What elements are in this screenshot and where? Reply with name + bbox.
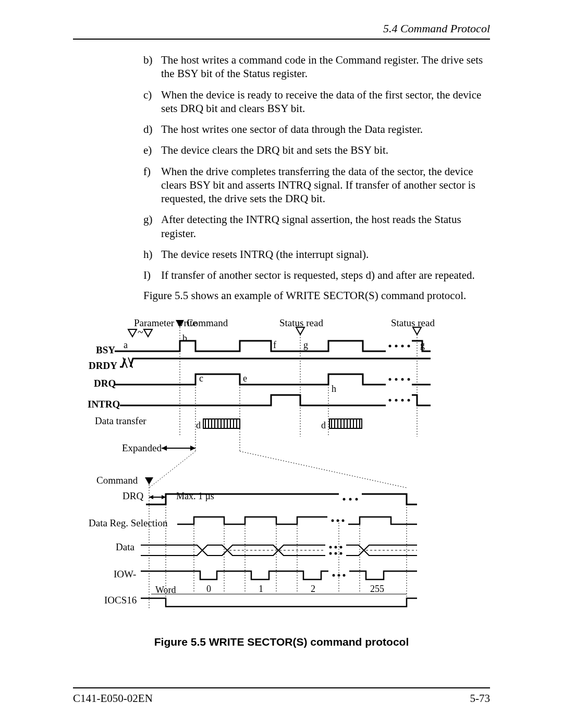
svg-point-110 <box>343 574 346 577</box>
svg-text:Data Reg. Selection: Data Reg. Selection <box>89 517 168 528</box>
list-item: b) The host writes a command code in the… <box>143 53 490 81</box>
svg-point-29 <box>401 378 404 381</box>
list-marker: h) <box>143 248 161 261</box>
list-text: The host writes one sector of data throu… <box>161 122 490 136</box>
svg-point-102 <box>329 552 332 555</box>
svg-text:d: d <box>196 420 201 430</box>
list-marker: c) <box>143 88 161 116</box>
svg-point-39 <box>395 399 398 402</box>
list-text: When the device is ready to receive the … <box>161 88 490 116</box>
list-text: If transfer of another sector is request… <box>161 268 490 282</box>
svg-point-109 <box>338 574 340 577</box>
svg-line-73 <box>240 451 407 488</box>
list-text: The device resets INTRQ (the interrupt s… <box>161 248 490 261</box>
svg-text:IOCS16: IOCS16 <box>104 595 137 606</box>
svg-point-96 <box>337 520 339 522</box>
svg-text:1: 1 <box>259 584 263 594</box>
timing-diagram: Parameter write Command Status read Stat… <box>73 317 490 618</box>
list-item: f) When the drive completes transferring… <box>143 165 490 206</box>
svg-text:Data transfer: Data transfer <box>95 415 146 426</box>
list-item: c) When the device is ready to receive t… <box>143 88 490 116</box>
svg-marker-75 <box>145 477 153 485</box>
svg-point-87 <box>343 498 346 501</box>
footer-right: 5-73 <box>470 692 491 705</box>
svg-point-28 <box>395 378 398 381</box>
svg-text:DRQ: DRQ <box>94 378 116 389</box>
list-text: After detecting the INTRQ signal asserti… <box>161 213 490 240</box>
svg-point-95 <box>332 520 334 522</box>
svg-point-30 <box>408 378 410 381</box>
svg-point-100 <box>335 546 337 549</box>
svg-text:DRDY: DRDY <box>89 360 117 371</box>
svg-point-18 <box>401 345 404 348</box>
svg-text:0: 0 <box>206 584 211 594</box>
svg-point-27 <box>389 378 391 381</box>
svg-marker-91 <box>149 495 153 499</box>
list-marker: b) <box>143 53 161 81</box>
svg-text:INTRQ: INTRQ <box>88 399 120 410</box>
list-marker: f) <box>143 165 161 206</box>
svg-text:b: b <box>182 333 187 343</box>
svg-point-19 <box>408 345 410 348</box>
svg-point-88 <box>349 498 352 501</box>
svg-text:d: d <box>321 420 326 430</box>
svg-text:Command: Command <box>96 475 138 486</box>
svg-text:g: g <box>303 340 308 350</box>
svg-text:~: ~ <box>138 326 143 338</box>
list-marker: I) <box>143 268 161 282</box>
list-item: g) After detecting the INTRQ signal asse… <box>143 213 490 240</box>
list-item: I) If transfer of another sector is requ… <box>143 268 490 282</box>
svg-text:IOW-: IOW- <box>114 569 136 579</box>
footer-left: C141-E050-02EN <box>73 692 153 705</box>
list-item: h) The device resets INTRQ (the interrup… <box>143 248 490 261</box>
bottom-rule <box>73 687 490 688</box>
list-marker: g) <box>143 213 161 240</box>
list-marker: d) <box>143 122 161 136</box>
list-text: The device clears the DRQ bit and sets t… <box>161 143 490 157</box>
svg-marker-70 <box>162 446 167 451</box>
svg-point-17 <box>395 345 398 348</box>
svg-text:a: a <box>124 340 128 350</box>
svg-point-99 <box>329 546 332 549</box>
svg-text:Status read: Status read <box>279 317 323 328</box>
section-header: 5.4 Command Protocol <box>73 22 490 35</box>
svg-marker-7 <box>128 329 137 337</box>
caption-paragraph: Figure 5.5 shows an example of WRITE SEC… <box>143 289 490 302</box>
svg-point-103 <box>335 552 337 555</box>
svg-text:Data: Data <box>116 541 134 552</box>
svg-text:Command: Command <box>187 317 228 328</box>
svg-text:e: e <box>243 373 247 384</box>
svg-text:2: 2 <box>311 584 315 594</box>
svg-point-89 <box>356 498 358 501</box>
svg-point-104 <box>340 552 342 555</box>
svg-point-101 <box>340 546 342 549</box>
svg-marker-9 <box>144 329 152 337</box>
svg-point-38 <box>389 399 391 402</box>
list-item: d) The host writes one sector of data th… <box>143 122 490 136</box>
svg-text:Status read: Status read <box>391 317 435 328</box>
svg-point-41 <box>408 399 410 402</box>
svg-marker-5 <box>413 327 421 335</box>
svg-text:h: h <box>332 384 336 394</box>
svg-text:BSY: BSY <box>96 344 115 355</box>
list-text: When the drive completes transferring th… <box>161 165 490 206</box>
page-footer: C141-E050-02EN 5-73 <box>73 692 490 705</box>
svg-text:Word: Word <box>155 585 176 595</box>
list-text: The host writes a command code in the Co… <box>161 53 490 81</box>
svg-point-97 <box>342 520 345 522</box>
svg-point-108 <box>333 574 335 577</box>
svg-text:Max. 1 µs: Max. 1 µs <box>176 491 214 501</box>
svg-text:c: c <box>199 373 203 384</box>
list-item: e) The device clears the DRQ bit and set… <box>143 143 490 157</box>
page: 5.4 Command Protocol b) The host writes … <box>0 0 563 728</box>
svg-text:g: g <box>420 340 425 350</box>
ordered-list: b) The host writes a command code in the… <box>143 53 490 282</box>
svg-text:Expanded: Expanded <box>122 442 162 453</box>
list-marker: e) <box>143 143 161 157</box>
svg-text:255: 255 <box>370 584 384 594</box>
svg-text:DRQ: DRQ <box>123 490 143 501</box>
svg-text:f: f <box>273 340 276 350</box>
svg-marker-3 <box>296 327 304 335</box>
svg-line-72 <box>149 451 195 488</box>
svg-point-40 <box>401 399 404 402</box>
